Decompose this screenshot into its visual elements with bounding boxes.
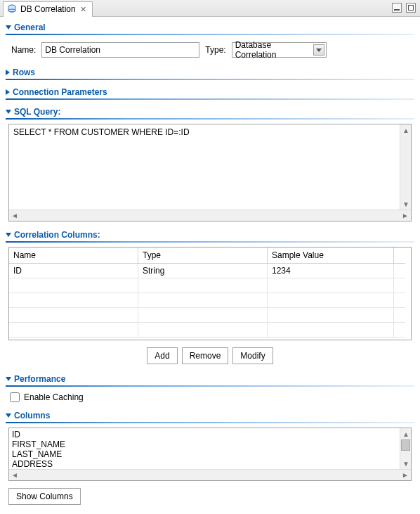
list-item[interactable]: FIRST_NAME bbox=[12, 439, 408, 449]
section-general-header[interactable]: General bbox=[6, 20, 414, 34]
cell-spacer bbox=[394, 293, 405, 308]
table-body: IDString1234 bbox=[9, 264, 411, 340]
maximize-button[interactable] bbox=[406, 3, 416, 13]
cell-sample bbox=[268, 308, 394, 323]
list-item[interactable]: ADDRESS bbox=[12, 459, 408, 469]
cell-sample bbox=[268, 293, 394, 308]
chevron-down-icon bbox=[6, 110, 11, 114]
col-header-name[interactable]: Name bbox=[9, 248, 138, 264]
divider bbox=[6, 34, 414, 35]
cell-sample bbox=[268, 323, 394, 338]
modify-button[interactable]: Modify bbox=[232, 347, 273, 364]
columns-list[interactable]: IDFIRST_NAMELAST_NAMEADDRESS bbox=[9, 428, 411, 469]
scroll-right-icon[interactable]: ► bbox=[400, 470, 411, 481]
scroll-left-icon[interactable]: ◄ bbox=[9, 470, 20, 481]
general-form-row: Name: Type: Database Correlation bbox=[6, 39, 414, 65]
vertical-scrollbar[interactable]: ▲ ▼ bbox=[400, 124, 411, 210]
remove-button[interactable]: Remove bbox=[182, 347, 229, 364]
name-label: Name: bbox=[11, 45, 36, 55]
table-row[interactable] bbox=[9, 323, 411, 338]
divider bbox=[6, 79, 414, 80]
cell-name bbox=[9, 293, 138, 308]
cell-type bbox=[138, 308, 268, 323]
cell-type bbox=[138, 278, 268, 293]
sql-query-area: ▲ ▼ ◄ ► bbox=[8, 124, 412, 221]
titlebar: DB Correlation ✕ bbox=[0, 0, 420, 17]
chevron-down-icon bbox=[6, 25, 11, 30]
col-header-sample[interactable]: Sample Value bbox=[268, 248, 394, 264]
enable-caching-label[interactable]: Enable Caching bbox=[24, 392, 84, 402]
col-header-type[interactable]: Type bbox=[138, 248, 268, 264]
section-title: Columns bbox=[14, 411, 50, 420]
list-item[interactable]: ID bbox=[12, 430, 408, 439]
name-input[interactable] bbox=[41, 42, 199, 58]
section-title: SQL Query: bbox=[14, 107, 60, 117]
close-icon[interactable]: ✕ bbox=[79, 5, 88, 14]
section-rows-header[interactable]: Rows bbox=[6, 65, 414, 79]
chevron-down-icon bbox=[6, 413, 11, 418]
show-columns-button[interactable]: Show Columns bbox=[8, 488, 81, 505]
type-select[interactable]: Database Correlation bbox=[232, 42, 327, 58]
chevron-right-icon bbox=[6, 70, 10, 75]
cell-type bbox=[138, 323, 268, 338]
divider bbox=[6, 385, 414, 387]
enable-caching-checkbox[interactable] bbox=[10, 392, 20, 402]
scroll-up-icon[interactable]: ▲ bbox=[400, 124, 412, 136]
cell-name bbox=[9, 323, 138, 338]
section-title: Correlation Columns: bbox=[14, 230, 100, 240]
section-sql-header[interactable]: SQL Query: bbox=[6, 104, 414, 118]
horizontal-scrollbar[interactable]: ◄ ► bbox=[9, 469, 411, 480]
chevron-right-icon bbox=[6, 89, 10, 95]
divider bbox=[6, 118, 414, 120]
correlation-table: Name Type Sample Value IDString1234 bbox=[8, 247, 412, 340]
scroll-up-icon[interactable]: ▲ bbox=[400, 428, 411, 439]
cell-sample bbox=[268, 278, 394, 293]
editor-tab[interactable]: DB Correlation ✕ bbox=[3, 1, 93, 17]
cell-name bbox=[9, 278, 138, 293]
scroll-thumb[interactable] bbox=[401, 439, 410, 451]
vertical-scrollbar[interactable]: ▲ ▼ bbox=[400, 428, 411, 469]
section-title: Rows bbox=[13, 68, 35, 77]
sql-query-input[interactable] bbox=[9, 124, 411, 207]
table-header: Name Type Sample Value bbox=[9, 248, 411, 264]
cell-type: String bbox=[138, 264, 268, 278]
cell-spacer bbox=[394, 308, 405, 323]
section-columns-header[interactable]: Columns bbox=[6, 408, 414, 422]
col-header-spacer bbox=[394, 248, 405, 264]
db-icon bbox=[6, 4, 18, 15]
table-row[interactable] bbox=[9, 293, 411, 308]
divider bbox=[6, 241, 414, 243]
table-row[interactable]: IDString1234 bbox=[9, 264, 411, 278]
section-performance-header[interactable]: Performance bbox=[6, 371, 414, 385]
section-title: Connection Parameters bbox=[13, 87, 107, 97]
columns-list-wrap: IDFIRST_NAMELAST_NAMEADDRESS ▲ ▼ ◄ ► bbox=[8, 428, 412, 481]
section-title: General bbox=[14, 23, 46, 32]
table-row[interactable] bbox=[9, 278, 411, 293]
type-label: Type: bbox=[205, 45, 225, 55]
list-item[interactable]: LAST_NAME bbox=[12, 449, 408, 459]
section-connection-header[interactable]: Connection Parameters bbox=[6, 84, 414, 98]
cell-spacer bbox=[394, 264, 405, 278]
scroll-right-icon[interactable]: ► bbox=[400, 210, 411, 221]
cell-name: ID bbox=[9, 264, 138, 278]
divider bbox=[6, 98, 414, 100]
cell-sample: 1234 bbox=[268, 264, 394, 278]
cell-spacer bbox=[394, 278, 405, 293]
cell-spacer bbox=[394, 323, 405, 338]
chevron-down-icon bbox=[6, 377, 11, 381]
scroll-left-icon[interactable]: ◄ bbox=[9, 210, 20, 221]
chevron-down-icon bbox=[313, 44, 324, 56]
divider bbox=[6, 422, 414, 423]
horizontal-scrollbar[interactable]: ◄ ► bbox=[9, 210, 411, 221]
tab-title: DB Correlation bbox=[20, 4, 76, 14]
chevron-down-icon bbox=[6, 233, 11, 237]
cell-name bbox=[9, 308, 138, 323]
scroll-down-icon[interactable]: ▼ bbox=[400, 198, 412, 210]
add-button[interactable]: Add bbox=[147, 347, 177, 364]
table-row[interactable] bbox=[9, 308, 411, 323]
minimize-button[interactable] bbox=[392, 3, 402, 13]
cell-type bbox=[138, 293, 268, 308]
type-select-value: Database Correlation bbox=[235, 40, 313, 60]
scroll-down-icon[interactable]: ▼ bbox=[400, 458, 411, 469]
section-correlation-header[interactable]: Correlation Columns: bbox=[6, 227, 414, 241]
